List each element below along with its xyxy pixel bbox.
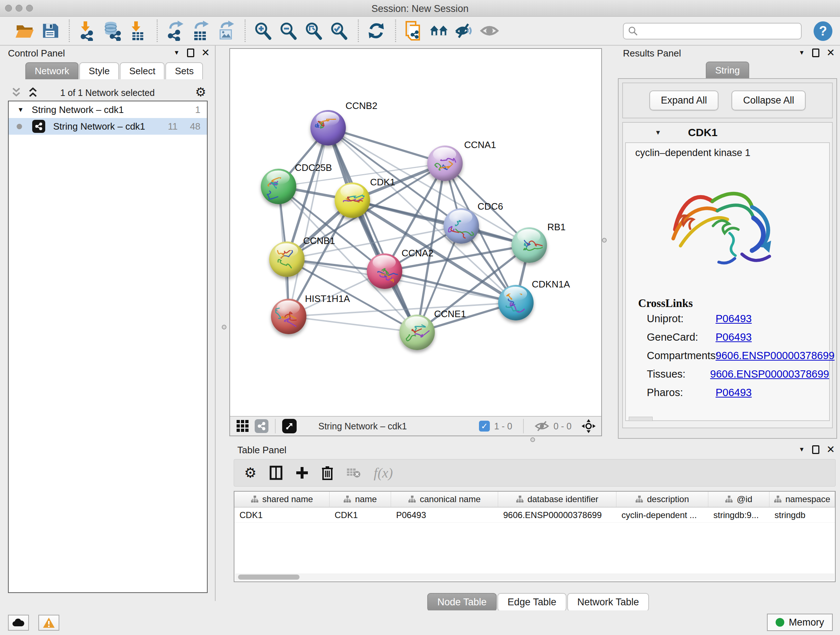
tab-sets[interactable]: Sets [165, 62, 203, 79]
tab-network[interactable]: Network [25, 62, 79, 79]
panel-collapse-icon[interactable]: ▼ [799, 49, 805, 57]
memory-button[interactable]: Memory [767, 614, 833, 631]
tab-network-table[interactable]: Network Table [567, 593, 649, 611]
table-cell[interactable]: 9606.ENSP00000378699 [498, 508, 616, 523]
network-node-ccna2[interactable] [367, 253, 402, 289]
network-node-ccnb2[interactable] [310, 110, 346, 146]
column-header-canonical-name[interactable]: canonical name [391, 492, 498, 507]
open-session-icon[interactable] [15, 21, 34, 41]
scrollbar-thumb[interactable] [238, 575, 300, 580]
network-view-toolbar: String Network – cdk1 ✓ 1 - 0 0 - 0 [230, 416, 601, 435]
network-node-rb1[interactable] [512, 227, 547, 263]
crosslink-link[interactable]: P06493 [715, 331, 752, 343]
cloud-status-button[interactable] [8, 615, 29, 631]
panel-collapse-icon[interactable]: ▼ [799, 446, 805, 453]
show-columns-icon[interactable] [270, 466, 283, 480]
table-cell[interactable]: CDK1 [330, 508, 391, 523]
help-icon[interactable]: ? [813, 21, 832, 41]
node-label-ccnb2: CCNB2 [346, 100, 377, 111]
zoom-out-icon[interactable] [279, 21, 298, 41]
entry-scrollbar-thumb[interactable] [629, 417, 653, 421]
tree-expander-icon[interactable]: ▼ [17, 106, 24, 114]
panel-float-icon[interactable] [812, 49, 819, 57]
tab-edge-table[interactable]: Edge Table [497, 593, 567, 611]
tab-string[interactable]: String [706, 62, 749, 79]
export-image-icon[interactable] [216, 21, 235, 41]
first-neighbors-icon[interactable] [429, 21, 448, 41]
export-table-icon[interactable] [191, 21, 210, 41]
zoom-fit-content-icon[interactable] [304, 21, 323, 41]
network-node-ccnb1[interactable] [269, 241, 305, 277]
panel-close-icon[interactable]: ✕ [202, 48, 210, 58]
column-header-namespace[interactable]: namespace [769, 492, 835, 507]
table-cell[interactable]: P06493 [391, 508, 498, 523]
panel-float-icon[interactable] [812, 445, 819, 454]
horizontal-splitter-handle[interactable] [531, 437, 535, 442]
column-header-database-identifier[interactable]: database identifier [498, 492, 616, 507]
network-icon [32, 120, 45, 133]
network-node-ccna1[interactable] [427, 146, 463, 181]
refresh-layout-icon[interactable] [367, 21, 386, 41]
right-splitter-handle[interactable] [602, 238, 607, 242]
table-row[interactable]: CDK1CDK1P064939606.ENSP00000378699cyclin… [234, 508, 835, 523]
network-node-cdkn1a[interactable] [498, 285, 534, 320]
network-options-gear-icon[interactable]: ⚙ [195, 85, 206, 99]
search-input[interactable] [638, 26, 794, 36]
panel-close-icon[interactable]: ✕ [827, 445, 835, 455]
birds-eye-view-icon[interactable] [282, 419, 297, 433]
tab-style[interactable]: Style [79, 62, 119, 79]
network-canvas[interactable]: CCNB2CCNA1CDC25BCDK1CDC6RB1CCNB1CCNA2CDK… [230, 49, 601, 416]
pan-crosshair-icon[interactable] [581, 418, 596, 434]
selected-indicator-checkbox[interactable]: ✓ [479, 421, 490, 432]
entry-expander-icon[interactable]: ▼ [655, 129, 661, 136]
left-splitter-handle[interactable] [222, 325, 226, 329]
delete-column-icon[interactable] [322, 466, 333, 480]
hide-selected-icon[interactable] [455, 21, 474, 41]
network-selection-row: 1 of 1 Network selected ⚙ [0, 85, 215, 101]
warning-status-button[interactable] [38, 615, 59, 631]
protein-thumbnail [516, 236, 543, 259]
save-session-icon[interactable] [41, 21, 59, 41]
crosslink-link[interactable]: 9606.ENSP00000378699 [715, 350, 835, 362]
network-collection-row[interactable]: ▼ String Network – cdk1 1 [9, 101, 207, 118]
table-cell[interactable]: stringdb [769, 508, 835, 523]
table-cell[interactable]: CDK1 [234, 508, 330, 523]
table-options-gear-icon[interactable]: ⚙ [244, 465, 256, 481]
panel-float-icon[interactable] [187, 49, 194, 57]
toolbar-separator [69, 19, 70, 42]
duplicate-network-icon[interactable] [404, 21, 423, 41]
add-column-icon[interactable] [295, 466, 309, 479]
network-node-cdc25b[interactable] [261, 169, 296, 204]
column-header-name[interactable]: name [330, 492, 391, 507]
function-builder-icon[interactable]: f(x) [374, 465, 393, 481]
crosslink-link[interactable]: P06493 [715, 313, 752, 325]
zoom-in-icon[interactable] [254, 21, 272, 41]
network-node-cdc6[interactable] [444, 208, 479, 244]
table-cell[interactable]: cyclin-dependent ... [616, 508, 708, 523]
zoom-selected-icon[interactable] [330, 21, 348, 41]
tab-select[interactable]: Select [120, 62, 164, 79]
network-node-ccne1[interactable] [399, 315, 435, 350]
grid-view-icon[interactable] [236, 419, 249, 433]
panel-close-icon[interactable]: ✕ [827, 48, 835, 58]
export-network-icon[interactable] [166, 21, 185, 41]
network-node-cdk1[interactable] [335, 182, 370, 218]
network-badge-icon[interactable] [255, 419, 268, 433]
import-network-from-file-icon[interactable] [78, 21, 96, 41]
expand-all-button[interactable]: Expand All [649, 90, 719, 111]
network-node-hist1h1a[interactable] [271, 299, 306, 334]
collapse-all-button[interactable]: Collapse All [731, 90, 806, 111]
crosslink-link[interactable]: 9606.ENSP00000378699 [710, 368, 829, 380]
show-all-icon[interactable] [480, 21, 499, 41]
tab-node-table[interactable]: Node Table [427, 593, 497, 611]
network-row[interactable]: String Network – cdk1 11 48 [9, 118, 207, 135]
panel-collapse-icon[interactable]: ▼ [174, 49, 180, 57]
delete-table-icon[interactable] [346, 467, 361, 478]
column-header-shared-name[interactable]: shared name [234, 492, 330, 507]
column-header-description[interactable]: description [616, 492, 708, 507]
import-network-from-database-icon[interactable] [103, 21, 122, 41]
column-header--id[interactable]: @id [708, 492, 769, 507]
crosslink-link[interactable]: P06493 [715, 386, 752, 399]
import-table-from-file-icon[interactable] [128, 21, 147, 41]
table-cell[interactable]: stringdb:9... [708, 508, 769, 523]
